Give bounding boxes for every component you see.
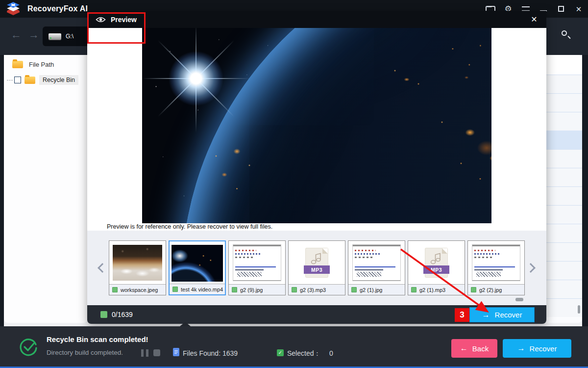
search-icon[interactable]: [561, 29, 571, 40]
annotation-box-preview: [87, 12, 146, 44]
modal-notch: [180, 322, 191, 326]
recover-button-label: Recover: [495, 311, 522, 319]
table-row[interactable]: [546, 298, 582, 317]
close-button[interactable]: ✕: [573, 3, 584, 15]
mp3-file-icon: MP3: [425, 248, 447, 277]
window-frame-right: [582, 55, 588, 326]
file-name: g2 (2).jpg: [479, 287, 502, 293]
preview-disclaimer: Preview is for reference only. Please re…: [107, 223, 272, 230]
preview-image: [142, 28, 491, 223]
modal-close-icon[interactable]: ✕: [528, 13, 540, 26]
scan-status-title: Recycle Bin scan completed!: [47, 335, 148, 343]
file-list-scrollbar[interactable]: [578, 305, 580, 314]
document-icon: [173, 348, 179, 356]
photo-thumbnail: [113, 245, 162, 281]
table-row[interactable]: [546, 168, 582, 186]
drive-icon: [49, 33, 61, 40]
table-row[interactable]: [546, 149, 582, 168]
recycle-bin-label: Recycle Bin: [39, 75, 78, 85]
success-check-icon: [19, 337, 38, 357]
file-checkbox[interactable]: [351, 287, 357, 292]
table-row[interactable]: [546, 261, 582, 280]
filmstrip-scrollbar[interactable]: [515, 298, 523, 301]
file-checkbox[interactable]: [112, 287, 118, 292]
table-row-selected[interactable]: [546, 131, 582, 149]
recover-button-modal[interactable]: → Recover: [469, 307, 535, 322]
thumbnail-audio[interactable]: MP3 g2 (1).mp3: [408, 240, 465, 295]
preview-modal-footer: 0/1639 3 → Recover: [87, 305, 546, 324]
sidebar: File Path Recycle Bin: [4, 55, 87, 323]
file-list-header: [546, 55, 582, 75]
sidebar-item-recycle-bin[interactable]: Recycle Bin: [7, 75, 87, 85]
forward-arrow-icon[interactable]: →: [28, 28, 39, 41]
drive-label: G:\: [66, 33, 74, 40]
thumbnail-image[interactable]: g2 (1).jpg: [348, 240, 405, 295]
pause-icon[interactable]: [141, 349, 148, 357]
scan-status-subtitle: Directory build completed.: [47, 349, 123, 356]
maximize-button[interactable]: [556, 3, 566, 15]
preview-modal-body: Preview is for reference only. Please re…: [87, 28, 546, 305]
app-logo-icon: [5, 1, 22, 17]
mp3-badge: MP3: [304, 265, 330, 274]
video-thumbnail: [172, 245, 223, 282]
files-found-label: Files Found: 1639: [183, 349, 238, 357]
file-name: g2 (3).mp3: [300, 287, 326, 293]
thumbnail-workspace[interactable]: workspace.jpeg: [109, 240, 166, 295]
selected-checkbox-icon: ✓: [277, 349, 284, 356]
thumbnail-video-selected[interactable]: test 4k video.mp4: [169, 240, 226, 295]
planet-graphic: [181, 28, 491, 223]
sidebar-header-label: File Path: [29, 61, 54, 68]
sidebar-header: File Path: [4, 55, 87, 68]
table-row[interactable]: [546, 280, 582, 298]
tree-connector: [7, 80, 13, 80]
preview-modal: Preview ✕ Preview is for reference only.…: [87, 11, 546, 324]
app-window: RecoveryFox AI ⚙ ✕ ← → G:\ File Path: [0, 0, 588, 368]
table-row[interactable]: [546, 112, 582, 131]
select-all-checkbox[interactable]: [100, 311, 107, 318]
selected-value: 0: [329, 349, 333, 357]
selection-counter: 0/1639: [112, 311, 133, 318]
screenshot-thumbnail: [472, 244, 520, 281]
sun-graphic: [169, 52, 223, 105]
screenshot-thumbnail: [352, 244, 401, 281]
arrow-right-icon: →: [517, 344, 525, 352]
back-button[interactable]: ← Back: [451, 339, 497, 358]
file-checkbox[interactable]: [232, 287, 237, 292]
table-row[interactable]: [546, 186, 582, 205]
folder-icon: [24, 77, 35, 84]
table-row[interactable]: [546, 224, 582, 242]
recover-button-label: Recover: [530, 344, 557, 353]
folder-icon: [12, 61, 23, 68]
window-frame-left: [0, 55, 4, 326]
file-checkbox[interactable]: [411, 287, 416, 292]
thumbnail-audio[interactable]: MP3 g2 (3).mp3: [288, 240, 345, 295]
preview-modal-header: Preview ✕: [87, 11, 546, 28]
arrow-right-icon: →: [482, 311, 490, 319]
file-checkbox[interactable]: [172, 287, 178, 292]
file-name: g2 (1).jpg: [360, 287, 382, 293]
back-arrow-icon[interactable]: ←: [11, 28, 22, 41]
screenshot-thumbnail: [233, 244, 281, 281]
thumbnail-image[interactable]: g2 (9).jpg: [228, 240, 286, 295]
step-3-badge: 3: [455, 308, 469, 322]
file-name: g2 (1).mp3: [419, 287, 445, 293]
drive-selector[interactable]: G:\: [43, 26, 88, 46]
recycle-bin-checkbox[interactable]: [14, 77, 21, 83]
status-bar: Recycle Bin scan completed! Directory bu…: [0, 326, 588, 367]
file-checkbox[interactable]: [292, 287, 297, 292]
back-button-label: Back: [472, 344, 489, 353]
table-row[interactable]: [546, 93, 582, 112]
arrow-left-icon: ←: [460, 344, 468, 352]
file-checkbox[interactable]: [471, 287, 476, 292]
table-row[interactable]: [546, 242, 582, 261]
file-name: workspace.jpeg: [121, 287, 158, 293]
app-title: RecoveryFox AI: [27, 4, 88, 13]
stop-icon[interactable]: [153, 349, 160, 356]
table-row[interactable]: [546, 205, 582, 224]
thumbnail-image[interactable]: g2 (2).jpg: [467, 240, 525, 295]
selected-label: Selected：: [287, 349, 320, 358]
table-row[interactable]: [546, 75, 582, 93]
recover-button[interactable]: → Recover: [503, 339, 571, 358]
file-list-panel: [546, 55, 582, 323]
file-name: g2 (9).jpg: [240, 287, 263, 293]
